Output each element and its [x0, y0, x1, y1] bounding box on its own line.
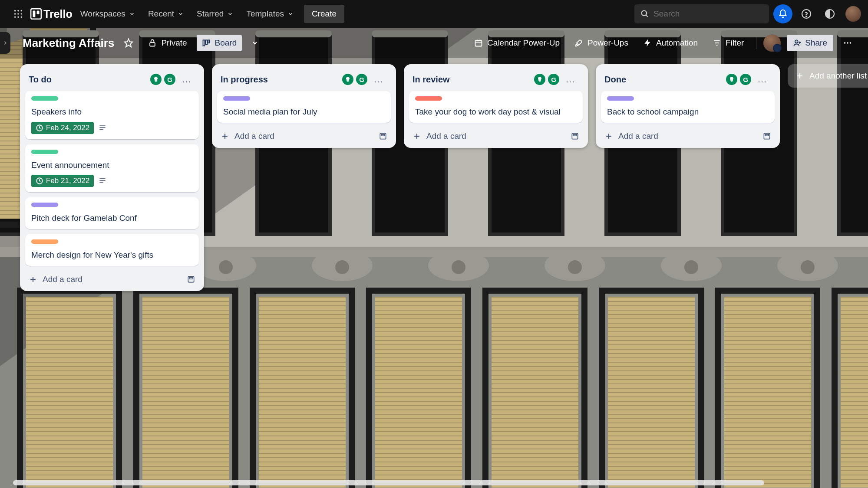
- svg-point-8: [21, 16, 23, 18]
- list-title[interactable]: In review: [413, 75, 534, 85]
- workspaces-menu[interactable]: Workspaces: [75, 6, 140, 22]
- list-menu-button[interactable]: …: [754, 72, 771, 87]
- svg-rect-36: [208, 40, 209, 43]
- add-card-label: Add a card: [43, 275, 83, 284]
- svg-rect-78: [765, 134, 769, 135]
- suggestion-icon[interactable]: [534, 74, 545, 85]
- help-icon[interactable]: [797, 4, 816, 23]
- trello-logo[interactable]: Trello: [30, 8, 73, 20]
- rocket-icon: [574, 39, 583, 47]
- star-icon: [124, 38, 133, 48]
- horizontal-scrollbar[interactable]: [13, 480, 764, 485]
- create-button[interactable]: Create: [304, 5, 344, 23]
- card-template-button[interactable]: [762, 132, 771, 141]
- list: In progress G … Social media plan for Ju…: [212, 64, 396, 148]
- theme-icon[interactable]: [820, 4, 839, 23]
- visibility-button[interactable]: Private: [143, 35, 192, 51]
- list-menu-button[interactable]: …: [562, 72, 579, 87]
- star-button[interactable]: [119, 35, 139, 51]
- list-title[interactable]: Done: [604, 75, 726, 85]
- card[interactable]: Merch design for New Year's gifts: [25, 234, 199, 266]
- svg-rect-35: [205, 40, 207, 44]
- card-title: Take your dog to work day post & visual: [415, 106, 577, 118]
- board-view-button[interactable]: Board: [197, 35, 242, 51]
- board-title[interactable]: Marketing Affairs: [23, 36, 114, 50]
- add-card-button[interactable]: Add a card: [604, 131, 658, 141]
- list-title[interactable]: To do: [29, 75, 150, 85]
- list-header: In review G …: [409, 69, 583, 91]
- chevron-down-icon: [178, 11, 184, 17]
- card-badges: Feb 24, 2022: [31, 122, 193, 134]
- add-card-button[interactable]: Add a card: [413, 131, 466, 141]
- due-badge: Feb 24, 2022: [31, 122, 94, 134]
- suggestion-icon[interactable]: [150, 74, 162, 85]
- svg-point-15: [806, 16, 807, 17]
- card-title: Merch design for New Year's gifts: [31, 249, 193, 261]
- list-extensions: G: [534, 74, 559, 85]
- add-card-label: Add a card: [426, 131, 466, 141]
- card[interactable]: Speakers infoFeb 24, 2022: [25, 91, 199, 139]
- board-header: Marketing Affairs Private Board Calendar…: [0, 28, 868, 58]
- lock-icon: [148, 39, 157, 47]
- powerups-button[interactable]: Power-Ups: [569, 35, 634, 51]
- list-header: In progress G …: [217, 69, 391, 91]
- svg-point-4: [17, 13, 19, 15]
- account-avatar[interactable]: [845, 6, 861, 22]
- recent-menu[interactable]: Recent: [143, 6, 189, 22]
- add-card-button[interactable]: Add a card: [29, 275, 83, 284]
- templates-menu[interactable]: Templates: [241, 6, 299, 22]
- grammarly-icon[interactable]: G: [548, 74, 559, 85]
- add-list-button[interactable]: Add another list: [788, 64, 868, 88]
- grammarly-icon[interactable]: G: [740, 74, 751, 85]
- card[interactable]: Event announcementFeb 21, 2022: [25, 144, 199, 193]
- view-switch-button[interactable]: [246, 36, 264, 50]
- list-title[interactable]: In progress: [221, 75, 342, 85]
- filter-button[interactable]: Filter: [707, 35, 749, 51]
- list-header: To do G …: [25, 69, 199, 91]
- card[interactable]: Take your dog to work day post & visual: [409, 91, 583, 123]
- search-input[interactable]: [634, 4, 769, 23]
- list-extensions: G: [150, 74, 175, 85]
- svg-point-3: [14, 13, 16, 15]
- filter-icon: [713, 39, 721, 47]
- add-card-button[interactable]: Add a card: [221, 131, 274, 141]
- notifications-icon[interactable]: [773, 4, 792, 23]
- due-date: Feb 21, 2022: [46, 177, 89, 185]
- chevron-down-icon: [227, 11, 233, 17]
- suggestion-icon[interactable]: [342, 74, 353, 85]
- lists-container: To do G … Speakers infoFeb 24, 2022 Even…: [0, 58, 868, 488]
- card-template-button[interactable]: [187, 275, 195, 284]
- list-menu-button[interactable]: …: [178, 72, 195, 87]
- grammarly-icon[interactable]: G: [356, 74, 367, 85]
- list-menu-button[interactable]: …: [370, 72, 387, 87]
- starred-menu[interactable]: Starred: [191, 6, 238, 22]
- card[interactable]: Social media plan for July: [217, 91, 391, 123]
- board-menu-button[interactable]: [838, 35, 858, 51]
- apps-icon[interactable]: [9, 4, 28, 23]
- svg-point-0: [14, 10, 16, 12]
- svg-rect-37: [475, 40, 482, 46]
- card-title: Speakers info: [31, 106, 193, 118]
- description-icon: [98, 177, 107, 185]
- grammarly-icon[interactable]: G: [164, 74, 175, 85]
- card-template-button[interactable]: [379, 132, 387, 141]
- card-template-button[interactable]: [571, 132, 579, 141]
- suggestion-icon[interactable]: [726, 74, 737, 85]
- svg-rect-73: [573, 134, 577, 135]
- share-button[interactable]: Share: [787, 35, 833, 51]
- svg-marker-32: [125, 39, 132, 47]
- card-title: Event announcement: [31, 160, 193, 171]
- board-wrap: Marketing Affairs Private Board Calendar…: [0, 28, 868, 488]
- card[interactable]: Pitch deck for Gamelab Conf: [25, 197, 199, 229]
- add-list-label: Add another list: [809, 71, 867, 81]
- svg-point-1: [17, 10, 19, 12]
- card-label: [31, 150, 58, 154]
- search-field[interactable]: [653, 9, 763, 19]
- calendar-powerup-button[interactable]: Calendar Power-Up: [469, 35, 565, 51]
- automation-button[interactable]: Automation: [638, 35, 703, 51]
- svg-point-49: [847, 42, 848, 44]
- card[interactable]: Back to school campaign: [601, 91, 775, 123]
- svg-rect-11: [37, 10, 40, 14]
- svg-rect-10: [33, 10, 35, 17]
- member-avatar[interactable]: [763, 34, 781, 52]
